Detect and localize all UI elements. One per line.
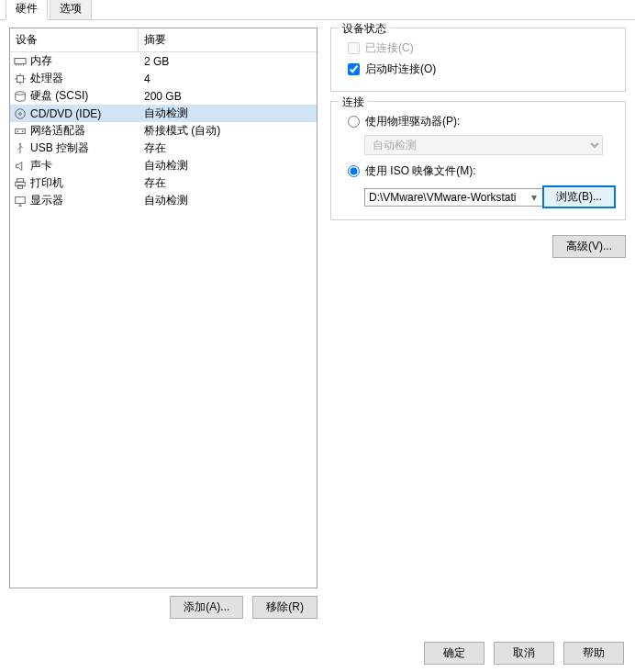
device-row[interactable]: 内存2 GB [10, 52, 317, 70]
device-name: 显示器 [28, 193, 139, 208]
connect-on-start-row[interactable]: 启动时连接(O) [340, 59, 616, 80]
connected-checkbox [348, 42, 360, 54]
svg-rect-17 [17, 178, 24, 182]
usb-icon [12, 142, 28, 155]
device-summary: 4 [139, 73, 317, 85]
svg-point-15 [22, 130, 24, 132]
net-icon [12, 125, 28, 138]
sound-icon [12, 160, 28, 173]
connected-label: 已连接(C) [365, 40, 414, 56]
device-name: 硬盘 (SCSI) [28, 88, 139, 104]
device-row[interactable]: 网络适配器桥接模式 (自动) [10, 122, 317, 140]
device-name: 网络适配器 [28, 123, 139, 139]
svg-rect-13 [16, 129, 26, 133]
advanced-button[interactable]: 高级(V)... [552, 235, 626, 258]
dialog-footer: 确定 取消 帮助 [424, 642, 624, 665]
device-summary: 存在 [139, 140, 317, 156]
device-row[interactable]: 硬盘 (SCSI)200 GB [10, 87, 317, 105]
browse-button[interactable]: 浏览(B)... [542, 185, 616, 208]
connect-on-start-label: 启动时连接(O) [365, 62, 436, 77]
column-summary[interactable]: 摘要 [139, 28, 317, 51]
device-row[interactable]: USB 控制器存在 [10, 140, 317, 157]
connection-title: 连接 [339, 95, 368, 110]
device-summary: 自动检测 [139, 193, 317, 208]
device-name: USB 控制器 [28, 140, 139, 156]
memory-icon [12, 55, 28, 68]
remove-button[interactable]: 移除(R) [252, 596, 318, 619]
column-device[interactable]: 设备 [10, 28, 139, 51]
device-name: 处理器 [28, 71, 139, 86]
device-row[interactable]: 打印机存在 [10, 174, 317, 192]
tab-hardware[interactable]: 硬件 [6, 0, 48, 20]
device-summary: 自动检测 [139, 158, 317, 174]
svg-point-16 [19, 142, 21, 144]
device-name: 内存 [28, 53, 139, 69]
device-name: CD/DVD (IDE) [28, 107, 139, 120]
ok-button[interactable]: 确定 [424, 642, 485, 665]
device-summary: 存在 [139, 175, 317, 191]
tab-options[interactable]: 选项 [50, 0, 92, 19]
device-summary: 桥接模式 (自动) [139, 123, 317, 139]
device-name: 打印机 [28, 175, 139, 191]
connect-on-start-checkbox[interactable] [348, 63, 360, 75]
help-button[interactable]: 帮助 [563, 642, 624, 665]
svg-point-10 [16, 91, 26, 95]
printer-icon [12, 177, 28, 190]
device-row[interactable]: 处理器4 [10, 70, 317, 87]
display-icon [12, 195, 28, 207]
device-status-title: 设备状态 [339, 21, 390, 37]
device-row[interactable]: 声卡自动检测 [10, 157, 317, 174]
connection-group: 连接 使用物理驱动器(P): 自动检测 使用 ISO 映像文件(M): ▾ 浏览… [330, 101, 626, 220]
physical-drive-select: 自动检测 [364, 135, 603, 155]
use-iso-radio[interactable] [348, 165, 360, 177]
cd-icon [12, 107, 28, 120]
tab-bar: 硬件 选项 [0, 0, 635, 20]
device-summary: 自动检测 [139, 106, 317, 121]
device-name: 声卡 [28, 158, 139, 174]
svg-point-14 [17, 130, 19, 132]
svg-rect-5 [17, 75, 24, 82]
connected-checkbox-row: 已连接(C) [340, 38, 616, 59]
use-iso-row[interactable]: 使用 ISO 映像文件(M): [340, 161, 616, 182]
cancel-button[interactable]: 取消 [494, 642, 554, 665]
device-summary: 2 GB [139, 55, 317, 68]
svg-rect-0 [15, 58, 26, 63]
device-row[interactable]: 显示器自动检测 [10, 192, 317, 209]
dropdown-icon[interactable]: ▾ [531, 191, 537, 204]
cpu-icon [12, 73, 28, 85]
svg-rect-20 [16, 196, 26, 203]
use-physical-radio[interactable] [348, 116, 360, 128]
device-list: 设备 摘要 内存2 GB处理器4硬盘 (SCSI)200 GBCD/DVD (I… [9, 28, 318, 588]
disk-icon [12, 90, 28, 103]
use-iso-label: 使用 ISO 映像文件(M): [365, 163, 476, 179]
add-button[interactable]: 添加(A)... [170, 596, 243, 619]
use-physical-row[interactable]: 使用物理驱动器(P): [340, 111, 616, 132]
device-status-group: 设备状态 已连接(C) 启动时连接(O) [330, 28, 626, 92]
device-list-header: 设备 摘要 [10, 28, 317, 52]
iso-path-input[interactable] [364, 188, 544, 207]
device-summary: 200 GB [139, 90, 317, 103]
svg-point-12 [19, 112, 22, 115]
svg-point-11 [16, 108, 26, 118]
device-row[interactable]: CD/DVD (IDE)自动检测 [10, 105, 317, 122]
use-physical-label: 使用物理驱动器(P): [365, 114, 460, 129]
